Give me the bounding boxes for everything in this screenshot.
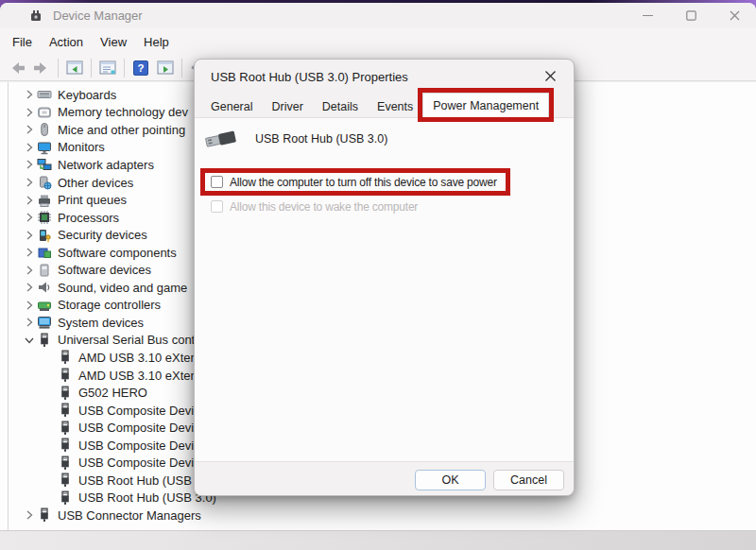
tab-driver[interactable]: Driver <box>262 96 312 117</box>
system-icon <box>37 315 52 330</box>
chevron-right-icon[interactable] <box>22 228 37 242</box>
show-action-pane-icon[interactable] <box>153 57 178 79</box>
tab-details[interactable]: Details <box>313 96 368 117</box>
processor-icon <box>37 210 52 225</box>
maximize-button[interactable] <box>669 3 713 28</box>
chevron-down-icon[interactable] <box>22 333 37 347</box>
forward-arrow-icon[interactable] <box>29 57 54 79</box>
dialog-tabs: GeneralDriverDetailsEventsPower Manageme… <box>201 93 549 117</box>
window-bottom-strip <box>0 530 756 550</box>
toolbar-separator <box>58 59 59 77</box>
usb-icon <box>58 421 73 436</box>
usb-icon <box>58 386 73 401</box>
tree-item-label: USB Connector Managers <box>58 508 201 523</box>
dialog-close-icon[interactable] <box>536 62 564 89</box>
chevron-right-icon[interactable] <box>22 211 37 225</box>
checkbox <box>211 200 223 213</box>
tree-item-label: Processors <box>58 211 119 225</box>
tree-item[interactable]: USB Connector Managers <box>9 507 756 524</box>
device-name: USB Root Hub (USB 3.0) <box>255 132 387 146</box>
tree-item-label: AMD USB 3.10 eXten <box>78 369 198 383</box>
network-icon <box>37 157 52 172</box>
close-button[interactable] <box>713 3 756 28</box>
device-manager-app-icon <box>28 8 43 23</box>
properties-dialog: USB Root Hub (USB 3.0) Properties Genera… <box>194 59 575 496</box>
minimize-button[interactable] <box>626 3 669 28</box>
tree-item-label: USB Composite Devi <box>78 421 194 435</box>
titlebar: Device Manager <box>0 3 756 28</box>
chevron-right-icon[interactable] <box>22 298 37 312</box>
usb-icon <box>37 507 52 523</box>
usb-icon <box>58 350 73 365</box>
menu-action[interactable]: Action <box>41 32 92 52</box>
toolbar-separator <box>91 59 92 77</box>
dialog-footer: OK Cancel <box>195 461 574 495</box>
chevron-right-icon[interactable] <box>22 105 37 119</box>
tree-item-label: Mice and other pointing <box>58 123 185 137</box>
toolbar-separator <box>124 59 125 77</box>
window-title: Device Manager <box>53 9 143 23</box>
tree-item-label: USB Composite Devi <box>78 404 194 418</box>
show-console-tree-icon[interactable] <box>62 57 87 79</box>
usb-connector-icon <box>204 129 238 149</box>
tab-power-management[interactable]: Power Management <box>422 93 549 117</box>
menu-view[interactable]: View <box>92 32 135 52</box>
tree-item-label: USB Composite Devi <box>78 438 194 453</box>
mouse-icon <box>37 122 52 137</box>
tree-item-label: Memory technology dev <box>58 105 188 119</box>
menu-file[interactable]: File <box>4 32 41 52</box>
checkbox-row: Allow this device to wake the computer <box>205 198 426 215</box>
tree-item-label: G502 HERO <box>78 386 147 400</box>
usb-icon <box>37 333 52 348</box>
tree-item-label: System devices <box>58 316 144 330</box>
properties-icon[interactable] <box>95 57 120 79</box>
usb-icon <box>58 368 73 383</box>
usb-icon <box>58 455 73 471</box>
tree-item-label: Print queues <box>58 193 127 207</box>
chevron-right-icon[interactable] <box>22 281 37 295</box>
tree-item-label: Storage controllers <box>58 298 161 312</box>
soft-comp-icon <box>37 245 52 260</box>
tree-item-label: Software components <box>58 246 177 260</box>
tab-general[interactable]: General <box>201 96 262 117</box>
other-icon <box>37 175 52 190</box>
back-arrow-icon[interactable] <box>5 57 29 79</box>
sound-icon <box>37 280 52 295</box>
tree-item-label: Universal Serial Bus cont <box>58 333 195 347</box>
tree-item-label: Network adapters <box>58 158 154 172</box>
printer-icon <box>37 193 52 208</box>
ok-button[interactable]: OK <box>415 470 486 490</box>
usb-icon <box>58 490 73 506</box>
chevron-right-icon[interactable] <box>22 193 37 207</box>
chevron-right-icon[interactable] <box>22 158 37 172</box>
storage-icon <box>37 298 52 313</box>
dialog-title: USB Root Hub (USB 3.0) Properties <box>211 63 408 90</box>
tree-item-label: Keyboards <box>58 88 116 102</box>
tree-item-label: USB Root Hub (USB 3 <box>78 473 202 488</box>
cancel-button[interactable]: Cancel <box>493 470 564 490</box>
toolbar-separator <box>181 59 182 77</box>
chevron-right-icon[interactable] <box>22 123 37 137</box>
memory-icon <box>37 105 52 120</box>
chevron-right-icon[interactable] <box>22 176 37 190</box>
checkbox-row: Allow the computer to turn off this devi… <box>205 173 506 191</box>
usb-icon <box>58 438 73 453</box>
help-icon[interactable]: ? <box>129 57 153 79</box>
menu-help[interactable]: Help <box>135 32 178 52</box>
chevron-right-icon[interactable] <box>22 263 37 277</box>
chevron-right-icon[interactable] <box>22 316 37 330</box>
checkbox[interactable] <box>211 176 223 188</box>
dialog-tab-page <box>195 117 574 463</box>
menu-bar: FileActionViewHelp <box>0 28 756 55</box>
security-icon <box>37 228 52 243</box>
chevron-right-icon[interactable] <box>22 246 37 260</box>
tree-item-label: Other devices <box>58 176 133 190</box>
chevron-right-icon[interactable] <box>22 88 37 102</box>
tree-item-label: USB Composite Devi <box>78 455 194 470</box>
chevron-right-icon[interactable] <box>22 140 37 154</box>
usb-icon <box>58 473 73 488</box>
tab-events[interactable]: Events <box>368 96 422 117</box>
monitor-icon <box>37 140 52 155</box>
chevron-right-icon[interactable] <box>22 508 37 523</box>
soft-dev-icon <box>37 263 52 278</box>
